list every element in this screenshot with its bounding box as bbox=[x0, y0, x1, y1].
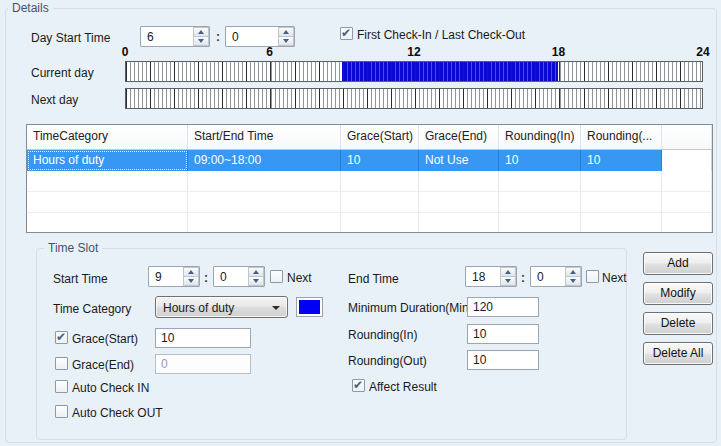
minimum-duration-input[interactable] bbox=[467, 297, 539, 317]
time-category-label: Time Category bbox=[53, 302, 131, 316]
day-start-time-label: Day Start Time bbox=[31, 31, 110, 45]
tick-label: 18 bbox=[552, 45, 565, 59]
affect-result-checkbox[interactable]: ✔ bbox=[352, 379, 365, 392]
col-header-rounding-in[interactable]: Rounding(In) bbox=[499, 125, 581, 149]
col-header-spacer bbox=[662, 125, 712, 149]
rounding-out-label: Rounding(Out) bbox=[348, 354, 427, 368]
spinner-up-arrow-icon[interactable] bbox=[278, 27, 294, 36]
empty-table-row bbox=[27, 192, 712, 213]
end-time-colon: : bbox=[521, 271, 525, 285]
col-header-timecategory[interactable]: TimeCategory bbox=[27, 125, 188, 149]
current-day-ruler bbox=[125, 61, 703, 82]
start-hour-value: 9 bbox=[149, 267, 183, 286]
spinner-down-arrow-icon[interactable] bbox=[183, 276, 199, 286]
day-start-minute-value: 0 bbox=[226, 27, 278, 46]
minimum-duration-label: Minimum Duration(Min) bbox=[348, 301, 473, 315]
spinner-up-arrow-icon[interactable] bbox=[193, 27, 209, 36]
tick-label: 24 bbox=[696, 45, 709, 59]
cell-timecategory[interactable]: Hours of duty bbox=[27, 150, 188, 171]
spinner-down-arrow-icon[interactable] bbox=[248, 276, 264, 286]
spinner-up-arrow-icon[interactable] bbox=[565, 267, 581, 276]
checkmark-icon: ✔ bbox=[341, 26, 351, 40]
affect-result-label: Affect Result bbox=[369, 380, 437, 394]
end-next-checkbox[interactable]: ✔ bbox=[586, 270, 599, 283]
end-minute-updown[interactable] bbox=[565, 267, 581, 286]
checkmark-icon: ✔ bbox=[353, 378, 363, 392]
end-hour-updown[interactable] bbox=[500, 267, 516, 286]
next-day-ruler bbox=[125, 88, 703, 109]
auto-check-in-label: Auto Check IN bbox=[72, 381, 149, 395]
time-category-table: TimeCategory Start/End Time Grace(Start)… bbox=[26, 124, 713, 233]
time-category-dropdown[interactable]: Hours of duty bbox=[155, 296, 288, 318]
add-button[interactable]: Add bbox=[643, 252, 713, 275]
grace-start-checkbox[interactable]: ✔ bbox=[55, 331, 68, 344]
spinner-down-arrow-icon[interactable] bbox=[565, 276, 581, 286]
spinner-up-arrow-icon[interactable] bbox=[500, 267, 516, 276]
day-start-minute-updown[interactable] bbox=[278, 27, 294, 46]
current-day-label: Current day bbox=[31, 66, 94, 80]
delete-all-button[interactable]: Delete All bbox=[643, 342, 713, 365]
cell-rounding-out[interactable]: 10 bbox=[581, 150, 662, 171]
spinner-up-arrow-icon[interactable] bbox=[248, 267, 264, 276]
col-header-grace-end[interactable]: Grace(End) bbox=[419, 125, 499, 149]
start-hour-spinner[interactable]: 9 bbox=[148, 266, 200, 287]
col-header-grace-start[interactable]: Grace(Start) bbox=[341, 125, 419, 149]
end-minute-value: 0 bbox=[531, 267, 565, 286]
rounding-in-input[interactable] bbox=[467, 324, 539, 344]
spinner-down-arrow-icon[interactable] bbox=[500, 276, 516, 286]
end-hour-value: 18 bbox=[466, 267, 500, 286]
grace-start-input[interactable] bbox=[155, 328, 251, 348]
cell-rounding-in[interactable]: 10 bbox=[499, 150, 581, 171]
auto-check-out-checkbox[interactable]: ✔ bbox=[55, 405, 68, 418]
grace-end-label: Grace(End) bbox=[72, 358, 134, 372]
time-category-selected-value: Hours of duty bbox=[163, 301, 234, 315]
category-color-swatch[interactable] bbox=[296, 297, 323, 317]
rounding-out-input[interactable] bbox=[467, 350, 539, 370]
rounding-in-label: Rounding(In) bbox=[348, 328, 417, 342]
end-time-label: End Time bbox=[348, 272, 399, 286]
start-minute-updown[interactable] bbox=[248, 267, 264, 286]
modify-button[interactable]: Modify bbox=[643, 282, 713, 305]
end-hour-spinner[interactable]: 18 bbox=[465, 266, 517, 287]
start-time-colon: : bbox=[204, 271, 208, 285]
tick-label: 6 bbox=[266, 45, 273, 59]
grace-end-checkbox[interactable]: ✔ bbox=[55, 357, 68, 370]
day-start-hour-updown[interactable] bbox=[193, 27, 209, 46]
col-header-start-end-time[interactable]: Start/End Time bbox=[188, 125, 341, 149]
empty-table-row bbox=[27, 213, 712, 233]
end-minute-spinner[interactable]: 0 bbox=[530, 266, 582, 287]
col-header-rounding-out[interactable]: Rounding(... bbox=[581, 125, 662, 149]
day-start-minute-spinner[interactable]: 0 bbox=[225, 26, 295, 47]
start-minute-value: 0 bbox=[214, 267, 248, 286]
time-slot-group-title: Time Slot bbox=[44, 241, 102, 255]
cell-grace-start[interactable]: 10 bbox=[341, 150, 419, 171]
tick-label: 12 bbox=[407, 45, 420, 59]
start-next-label: Next bbox=[287, 271, 312, 285]
auto-check-in-checkbox[interactable]: ✔ bbox=[55, 380, 68, 393]
end-next-label: Next bbox=[602, 271, 627, 285]
day-start-hour-spinner[interactable]: 6 bbox=[140, 26, 210, 47]
grace-start-label: Grace(Start) bbox=[72, 332, 138, 346]
spinner-up-arrow-icon[interactable] bbox=[183, 267, 199, 276]
start-time-label: Start Time bbox=[53, 272, 108, 286]
timeline-ticks bbox=[126, 89, 702, 108]
table-row[interactable]: Hours of duty 09:00~18:00 10 Not Use 10 … bbox=[27, 150, 712, 171]
day-start-colon: : bbox=[216, 30, 220, 44]
timeline-ticks bbox=[126, 62, 702, 81]
timeline-hour-labels: 0 6 12 18 24 bbox=[125, 45, 703, 59]
first-last-checkbox[interactable]: ✔ bbox=[340, 27, 353, 40]
start-hour-updown[interactable] bbox=[183, 267, 199, 286]
start-minute-spinner[interactable]: 0 bbox=[213, 266, 265, 287]
cell-grace-end[interactable]: Not Use bbox=[419, 150, 499, 171]
dropdown-arrow-icon bbox=[272, 306, 280, 310]
table-header: TimeCategory Start/End Time Grace(Start)… bbox=[27, 125, 712, 150]
auto-check-out-label: Auto Check OUT bbox=[72, 406, 163, 420]
delete-button[interactable]: Delete bbox=[643, 312, 713, 335]
start-next-checkbox[interactable]: ✔ bbox=[270, 270, 283, 283]
cell-spacer bbox=[662, 150, 712, 171]
grace-end-input[interactable] bbox=[155, 354, 251, 374]
cell-start-end-time[interactable]: 09:00~18:00 bbox=[188, 150, 341, 171]
details-group-title: Details bbox=[8, 1, 53, 15]
tick-label: 0 bbox=[122, 45, 129, 59]
empty-table-row bbox=[27, 171, 712, 192]
